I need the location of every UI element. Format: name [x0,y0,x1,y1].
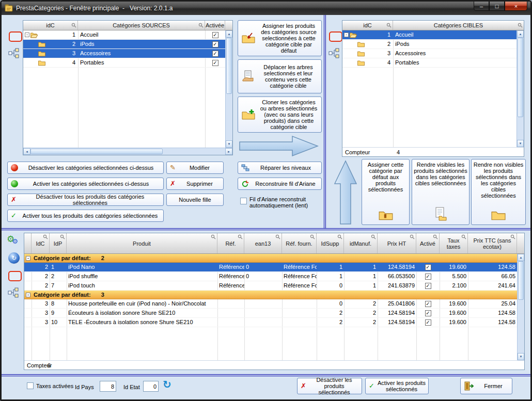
product-row[interactable]: 27iPod touchRéférenceRéférence Fourn0124… [24,281,517,291]
active-checkbox[interactable]: ✓ [425,283,431,289]
scroll-down-icon[interactable]: ▼ [518,353,524,360]
enable-all-products-button[interactable]: ✓ Activer tous les produits des catégori… [7,210,164,222]
source-grid-body[interactable]: -1Accueil✓2iPods✓3Accessoires✓4Portables… [23,30,232,148]
product-col-9[interactable]: Prix HT [378,233,416,253]
source-hscroll[interactable]: ◄ ► [23,148,232,155]
disable-all-products-button[interactable]: ✗ Désactiver tous les produits des catég… [7,194,164,206]
repair-levels-button[interactable]: Réparer les niveaux [238,162,322,174]
taxes-checkbox[interactable] [27,382,34,389]
enable-selected-categories-button[interactable]: Activer les catégories sélectionnées ci-… [7,178,164,190]
product-col-1[interactable]: IdC [32,233,50,253]
selection-frame-icon[interactable] [329,31,342,42]
product-col-12[interactable]: Prix TTC (sans ecotax) [468,233,517,253]
id-etat-input[interactable] [143,381,159,392]
category-row[interactable]: 3Accessoires✓ [23,49,225,58]
search-icon[interactable] [198,23,204,28]
make-products-invisible-button[interactable]: Rendre non visibles les produits sélecti… [471,159,526,225]
scroll-down-icon[interactable]: ▼ [517,140,524,147]
maximize-button[interactable]: □ [489,2,505,11]
collapse-icon[interactable]: - [25,33,29,37]
search-icon[interactable] [60,234,65,239]
selection-frame-icon[interactable] [8,271,22,281]
scroll-up-icon[interactable]: ▲ [517,30,524,38]
product-col-8[interactable]: idManuf. [344,233,378,253]
new-child-category-button[interactable]: Nouvelle fille [166,194,224,206]
active-checkbox[interactable]: ✓ [425,310,431,316]
product-row[interactable]: 310TELE -Écouteurs à isolation sonore Sh… [24,318,517,327]
selection-frame-icon[interactable] [9,31,22,42]
search-icon[interactable] [371,234,376,239]
disable-selected-products-button[interactable]: ✗ Désactiver les produits sélectionnés [297,378,362,394]
breadcrumb-auto-checkbox[interactable] [240,198,247,204]
products-grid-body[interactable]: -Catégorie par défaut:221iPod NanoRéfére… [24,254,524,360]
search-icon[interactable] [238,234,243,239]
search-icon[interactable] [433,234,438,239]
active-checkbox[interactable]: ✓ [212,32,218,38]
move-trees-to-target-button[interactable]: Déplacer les arbres selectionnés et leur… [238,59,322,93]
product-row[interactable]: 38Housse portefeuille en cuir (iPod nano… [24,299,517,309]
search-icon[interactable] [211,234,216,239]
product-col-6[interactable]: Réf. fourn. [282,233,317,253]
scroll-thumb[interactable] [226,38,232,94]
search-icon[interactable] [337,234,342,239]
category-row[interactable]: 2iPods✓ [23,40,225,49]
product-group-row[interactable]: -Catégorie par défaut:2 [24,254,517,263]
product-row[interactable]: 39Écouteurs à isolation sonore Shure SE2… [24,309,517,318]
product-col-2[interactable]: IdP [50,233,67,253]
product-col-11[interactable]: Taux taxes [440,233,468,253]
active-checkbox[interactable]: ✓ [212,51,218,57]
collapse-icon[interactable]: - [26,293,30,297]
id-pays-input[interactable] [100,381,116,392]
assign-default-category-button[interactable]: Assigner cette catégorie par défaut aux … [362,159,410,225]
source-col-name[interactable]: Catégories SOURCES [78,21,205,30]
active-checkbox[interactable]: ✓ [425,274,431,280]
search-icon[interactable] [71,23,76,28]
product-col-3[interactable]: Produit [67,233,217,253]
scroll-down-icon[interactable]: ▼ [226,140,232,148]
active-checkbox[interactable]: ✓ [425,319,431,326]
disable-selected-categories-button[interactable]: Désactiver les catégories sélectionnées … [7,162,164,174]
minimize-button[interactable]: – [474,2,489,11]
close-app-button[interactable]: Fermer [460,378,512,394]
scroll-thumb[interactable] [30,149,163,154]
product-col-4[interactable]: Réf. [217,233,244,253]
collapse-icon[interactable]: - [344,33,349,37]
tree-hierarchy-icon[interactable] [8,48,20,58]
scroll-left-icon[interactable]: ◄ [23,148,30,155]
scroll-right-icon[interactable]: ► [225,148,232,155]
category-row[interactable]: -1Accueil✓ [23,30,225,40]
refresh-icon[interactable]: ↻ [163,379,171,390]
products-vscroll[interactable]: ▲ ▼ [517,254,524,360]
target-col-name[interactable]: Catégories CIBLES [393,21,524,30]
search-icon[interactable] [43,234,48,239]
product-row[interactable]: 21iPod NanoRéférence nano0Référence Four… [24,263,517,272]
category-row[interactable]: -1Accueil [342,30,517,40]
product-row[interactable]: 22iPod shuffleRéférence shuf0Référence F… [24,272,517,281]
product-col-7[interactable]: IdSupp [317,233,344,253]
tree-hierarchy-icon[interactable] [8,287,19,298]
active-checkbox[interactable]: ✓ [212,60,218,66]
product-group-row[interactable]: -Catégorie par défaut:3 [24,291,517,299]
enable-selected-products-button[interactable]: ✓ Activer les produits sélectionnés [365,378,429,394]
search-icon[interactable] [518,23,523,28]
scroll-up-icon[interactable]: ▲ [226,30,232,38]
search-icon[interactable] [510,234,515,239]
category-row[interactable]: 3Accessoires [342,49,517,58]
source-col-idc[interactable]: idC [23,21,78,30]
search-icon[interactable] [386,23,392,28]
collapse-icon[interactable]: - [26,256,30,261]
category-row[interactable]: 2iPods [342,40,517,49]
make-products-visible-button[interactable]: Rendre visibles les produits sélectionné… [412,159,470,225]
product-col-10[interactable]: Activé [416,233,440,253]
search-icon[interactable] [461,234,466,239]
active-checkbox[interactable]: ✓ [212,41,218,47]
target-grid-body[interactable]: -1Accueil2iPods3Accessoires4Portables ▲ … [342,30,524,147]
active-checkbox[interactable]: ✓ [425,264,431,270]
titlebar[interactable]: PrestaCategories - Fenêtre principale - … [2,2,530,15]
product-col-5[interactable]: ean13 [244,233,282,253]
assign-products-to-target-button[interactable]: Assigner les produits des catégories sou… [238,20,322,56]
source-col-active[interactable]: Activée [205,21,225,30]
gears-icon[interactable]: ⚙⚙ [7,234,18,245]
target-col-idc[interactable]: idC [342,21,393,30]
delete-button[interactable]: ✗ Supprimer [166,178,224,190]
